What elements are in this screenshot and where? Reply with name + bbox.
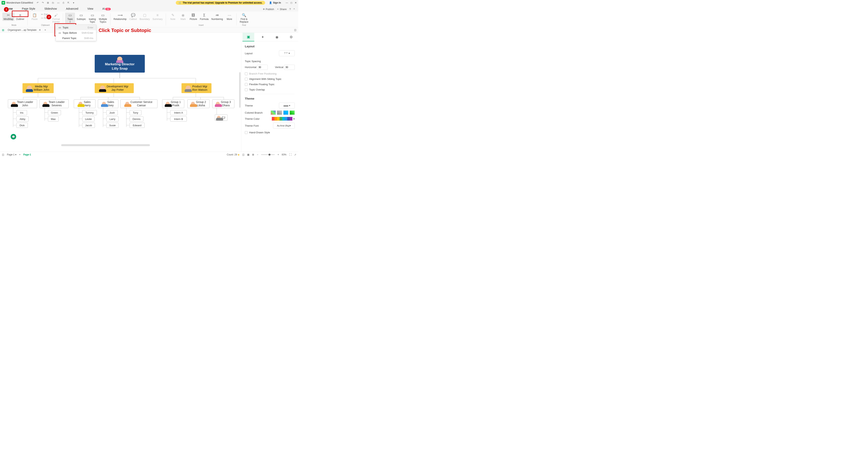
find-replace-button[interactable]: 🔍Find & Replace bbox=[239, 12, 250, 24]
hand-drawn-checkbox[interactable]: Hand-Drawn Style bbox=[245, 131, 295, 134]
branch-free-checkbox[interactable]: Branch Free Positioning bbox=[245, 72, 295, 75]
menu-view[interactable]: View bbox=[86, 6, 95, 11]
org-l4[interactable]: Abby bbox=[17, 116, 29, 122]
chat-icon[interactable]: 💬 bbox=[11, 134, 16, 140]
vertical-input[interactable] bbox=[284, 65, 295, 70]
view-mode-3[interactable]: ⊞ bbox=[252, 153, 254, 156]
new-icon[interactable]: ⊞ bbox=[46, 1, 50, 4]
panel-tab-settings[interactable]: ⚙ bbox=[285, 33, 297, 41]
org-l3-pratik[interactable]: Group 1Pratik bbox=[162, 99, 184, 108]
undo-icon[interactable]: ↶ bbox=[36, 1, 40, 4]
paste-button[interactable]: 📋Paste bbox=[30, 12, 39, 24]
dropdown-topic-before[interactable]: ▭ Topic BeforeShift+Enter bbox=[56, 30, 96, 35]
org-l4[interactable]: Josh bbox=[106, 110, 118, 115]
close-icon[interactable]: ✕ bbox=[295, 1, 297, 4]
org-l2-media[interactable]: Media MgrWilliam John bbox=[23, 83, 54, 93]
panel-tab-mark[interactable]: ◉ bbox=[271, 33, 283, 41]
layout-select[interactable]: ⊤⊤ ▾ bbox=[279, 50, 295, 56]
menu-slideshow[interactable]: Slideshow bbox=[43, 6, 59, 11]
multiple-topics-button[interactable]: ▭Multiple Topics bbox=[98, 12, 108, 24]
theme-color-select[interactable] bbox=[272, 117, 292, 121]
boundary-button[interactable]: ▢Boundary bbox=[138, 12, 151, 21]
align-sibling-checkbox[interactable]: Alignment With Sibling Topic bbox=[245, 78, 295, 81]
org-l2-dev[interactable]: Development MgrJay Potter bbox=[95, 83, 134, 93]
canvas[interactable]: Marketing DirectorLilly Snap Media MgrWi… bbox=[0, 33, 241, 152]
topic-button[interactable]: ▭Topic▾ bbox=[65, 12, 75, 24]
org-l3-joey[interactable]: SalesJoey bbox=[98, 99, 118, 108]
view-mode-2[interactable]: ▦ bbox=[247, 153, 249, 156]
org-l4[interactable]: Jacob bbox=[82, 123, 95, 128]
help-icon[interactable]: ? bbox=[289, 8, 291, 11]
org-l4[interactable]: Tony bbox=[130, 110, 142, 115]
subtopic-button[interactable]: ▭Subtopic bbox=[75, 12, 87, 24]
mark-button[interactable]: ◉Mark bbox=[178, 12, 188, 21]
view-mode-1[interactable]: ◫ bbox=[242, 153, 244, 156]
org-l2-product[interactable]: Product MgrRon Watson bbox=[182, 83, 212, 93]
save-icon[interactable]: ▭ bbox=[56, 1, 60, 4]
collapse-ribbon-icon[interactable]: ^ bbox=[293, 8, 295, 11]
org-l4[interactable]: Tommy bbox=[82, 110, 97, 115]
trial-banner[interactable]: 🛒 The trial period has expired. Upgrade … bbox=[176, 1, 265, 5]
more-button[interactable]: ⋯More bbox=[224, 12, 235, 21]
page-select[interactable]: Page-1 ▾ bbox=[7, 153, 17, 156]
org-l4[interactable]: Intern B bbox=[170, 116, 187, 122]
org-l4[interactable]: Green bbox=[48, 110, 61, 115]
minimize-icon[interactable]: — bbox=[286, 1, 288, 4]
add-page-button[interactable]: + bbox=[19, 153, 21, 156]
zoom-in[interactable]: + bbox=[278, 153, 279, 156]
export-icon[interactable]: ⇱ bbox=[66, 1, 70, 4]
panel-tab-layout[interactable]: ▣ bbox=[243, 33, 254, 41]
org-root-node[interactable]: Marketing DirectorLilly Snap bbox=[95, 55, 145, 72]
horizontal-scrollbar[interactable] bbox=[61, 144, 150, 146]
format-painter-button[interactable]: 🖌Format Painter bbox=[51, 12, 61, 24]
share-button[interactable]: ⚬ Share bbox=[277, 8, 286, 11]
theme-select[interactable]: ▬▬ ▾ bbox=[279, 102, 295, 109]
org-l4[interactable]: Iris bbox=[17, 110, 27, 115]
org-l4[interactable]: Larry bbox=[106, 116, 119, 122]
cb-tile[interactable] bbox=[271, 111, 276, 115]
topic-overlap-checkbox[interactable]: Topic Overlap bbox=[245, 88, 295, 91]
redo-icon[interactable]: ↷ bbox=[41, 1, 45, 4]
cb-tile[interactable] bbox=[277, 111, 282, 115]
summary-button[interactable]: ≡Summary bbox=[151, 12, 164, 21]
vertical-scrollbar[interactable] bbox=[239, 72, 241, 108]
org-l3-john[interactable]: Team LeaderJohn bbox=[8, 99, 37, 108]
org-l4-cj[interactable]: CJ bbox=[215, 114, 227, 121]
open-icon[interactable]: 🗀 bbox=[51, 1, 55, 4]
formula-button[interactable]: ΣFormula bbox=[199, 12, 210, 21]
print-icon[interactable]: ⎙ bbox=[61, 1, 65, 4]
org-l3-litisha[interactable]: Group 2Litisha bbox=[187, 99, 210, 108]
org-l4[interactable]: Dennis bbox=[130, 116, 144, 122]
relationship-button[interactable]: ⟿Relationship bbox=[113, 12, 128, 21]
floating-topic-button[interactable]: ▭loating Topic bbox=[87, 12, 97, 24]
outliner-button[interactable]: ≡Outliner bbox=[15, 12, 26, 21]
numbering-button[interactable]: ≔Numbering bbox=[210, 12, 224, 21]
org-l4[interactable]: Dick bbox=[17, 123, 28, 128]
outline-view-icon[interactable]: ◫ bbox=[2, 153, 4, 156]
org-l4[interactable]: Edward bbox=[130, 123, 145, 128]
new-tab-button[interactable]: + bbox=[44, 28, 46, 32]
publish-button[interactable]: ✈ Publish bbox=[263, 8, 274, 11]
menu-ai[interactable]: AIHot bbox=[101, 6, 112, 11]
horizontal-input[interactable] bbox=[257, 65, 268, 70]
org-l4[interactable]: Susie bbox=[106, 123, 119, 128]
org-l4[interactable]: Leslie bbox=[82, 116, 94, 122]
zoom-out[interactable]: − bbox=[257, 153, 258, 156]
org-l3-dhara[interactable]: Group 3Dhara bbox=[212, 99, 235, 108]
mindmap-button[interactable]: ✂MindMap bbox=[2, 12, 14, 21]
menu-page-style[interactable]: Page Style bbox=[20, 6, 37, 11]
panel-tab-ai[interactable]: ✦ bbox=[257, 33, 269, 41]
org-l4[interactable]: Max bbox=[48, 116, 59, 122]
org-l3-severes[interactable]: Team LeaderSeveres bbox=[39, 99, 69, 108]
menu-advanced[interactable]: Advanced bbox=[64, 6, 80, 11]
theme-font-select[interactable]: Aa Arial (Big) ▾ bbox=[273, 123, 295, 129]
cb-tile[interactable] bbox=[289, 111, 295, 115]
fit-icon[interactable]: ⛶ bbox=[289, 153, 291, 156]
flex-float-checkbox[interactable]: Flexible Floating Topic bbox=[245, 83, 295, 86]
dropdown-topic[interactable]: ▭ TopicEnter bbox=[56, 25, 96, 30]
dropdown-parent-topic[interactable]: Parent TopicShift+Ins bbox=[56, 35, 96, 41]
doc-tab-1[interactable]: Organogram ...ap Template✕ bbox=[6, 28, 42, 32]
cb-tile[interactable] bbox=[283, 111, 288, 115]
page-active[interactable]: Page-1 bbox=[23, 153, 31, 156]
picture-button[interactable]: 🖼Picture bbox=[188, 12, 198, 21]
